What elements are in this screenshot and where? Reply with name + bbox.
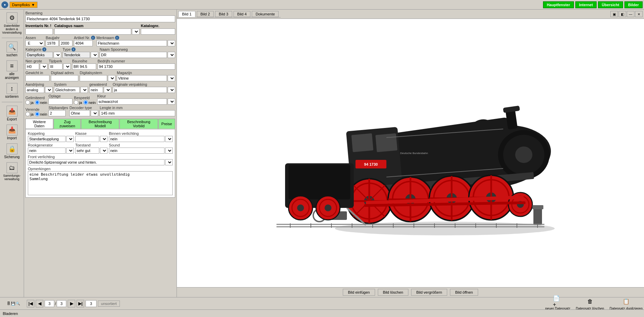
rookgenerator-select[interactable]: ▼ bbox=[66, 148, 74, 154]
verende-nein-label[interactable]: nein bbox=[35, 112, 47, 116]
lengte-input[interactable] bbox=[100, 110, 175, 116]
sidebar-item-sortieren[interactable]: ↕ sortieren bbox=[1, 82, 23, 100]
sound-input[interactable] bbox=[109, 148, 165, 154]
bespeeld-ja-radio[interactable] bbox=[74, 100, 78, 105]
aandrijving-input[interactable] bbox=[25, 87, 44, 93]
bilder-btn[interactable]: Bilder bbox=[624, 1, 643, 8]
sidebar-item-sicherung[interactable]: 🔒 Sicherung bbox=[1, 142, 23, 160]
sidebar-item-suchen[interactable]: 🔍 suchen bbox=[1, 40, 23, 58]
corner-btn-2[interactable]: ◧ bbox=[619, 11, 626, 17]
originale-select[interactable]: ▼ bbox=[168, 87, 175, 93]
koppeling-select[interactable]: ▼ bbox=[66, 136, 74, 142]
gelimiteerd-ja-radio[interactable] bbox=[25, 100, 30, 105]
slipbandjes-input[interactable] bbox=[48, 110, 66, 116]
tab-weitere-daten[interactable]: Weitere Daten bbox=[25, 119, 53, 129]
gewateerd-select[interactable]: ▼ bbox=[104, 87, 111, 93]
page-total-input[interactable] bbox=[57, 300, 66, 307]
img-tab-bild1[interactable]: Bild 1 bbox=[178, 11, 195, 17]
img-tab-bild2[interactable]: Bild 2 bbox=[197, 11, 214, 17]
artikel-input[interactable] bbox=[74, 40, 93, 46]
baureihe-input[interactable] bbox=[72, 63, 96, 70]
sidebar-item-alle-anzeigen[interactable]: ≡ alle anzeigen bbox=[1, 59, 23, 81]
verende-nein-radio[interactable] bbox=[35, 112, 39, 116]
digitalsystem-select[interactable]: ▼ bbox=[108, 75, 115, 81]
internet-btn[interactable]: Internet bbox=[575, 1, 597, 8]
gelimiteerd-ja-label[interactable]: ja bbox=[25, 100, 34, 105]
bj-from-input[interactable] bbox=[46, 40, 59, 46]
decoder-select[interactable]: ▼ bbox=[91, 110, 98, 116]
gelimiteerd-nein-label[interactable]: nein bbox=[35, 100, 47, 105]
originale-input[interactable] bbox=[113, 87, 167, 93]
aandrijving-select[interactable]: ▼ bbox=[45, 87, 53, 93]
corner-btn-1[interactable]: ▣ bbox=[610, 11, 618, 17]
tijdperk-input[interactable] bbox=[49, 63, 63, 70]
magazijn-input[interactable] bbox=[117, 75, 167, 81]
naam-spoorweg-input[interactable] bbox=[100, 52, 167, 58]
gewicht-input[interactable] bbox=[25, 75, 49, 81]
corner-btn-4[interactable]: ✕ bbox=[635, 11, 643, 17]
sidebar-item-datenfelder[interactable]: ⚙ Datenfelder ändern & Voreinstellung bbox=[1, 11, 23, 36]
hauptfenster-btn[interactable]: Hauptfenster bbox=[543, 1, 574, 8]
nav-last-btn[interactable]: ▶| bbox=[77, 300, 84, 307]
bild-vergroßern-btn[interactable]: Bild vergrößern bbox=[411, 289, 447, 296]
system-input[interactable] bbox=[54, 87, 80, 93]
kleur-select[interactable]: ▼ bbox=[168, 98, 175, 105]
toestand-input[interactable] bbox=[75, 148, 99, 154]
tab-preise[interactable]: Preise bbox=[158, 119, 175, 129]
nav-prev-btn[interactable]: ◀ bbox=[36, 300, 43, 307]
bespeeld-nein-label[interactable]: nein bbox=[83, 100, 96, 105]
sound-select[interactable]: ▼ bbox=[165, 148, 173, 154]
klasse-input[interactable] bbox=[75, 136, 99, 142]
bespeeld-nein-radio[interactable] bbox=[83, 100, 88, 105]
kategorie-input[interactable] bbox=[25, 52, 53, 58]
bj-to-input[interactable] bbox=[59, 40, 72, 46]
type-select[interactable]: ▼ bbox=[91, 52, 98, 58]
sidebar-item-sammlungsverwaltung[interactable]: 🗂 Sammlungs-verwaltung bbox=[1, 161, 23, 182]
sidebar-item-export[interactable]: 📤 Export bbox=[1, 104, 23, 122]
oplage-input[interactable] bbox=[48, 98, 72, 105]
count-input[interactable] bbox=[86, 300, 97, 307]
bedrijfs-input[interactable] bbox=[98, 63, 175, 70]
gewateerd-input[interactable] bbox=[89, 87, 103, 93]
binnen-select[interactable]: ▼ bbox=[165, 136, 173, 142]
img-tab-bild3[interactable]: Bild 3 bbox=[215, 11, 232, 17]
digitalsystem-input[interactable] bbox=[80, 75, 107, 81]
img-tab-dokumente[interactable]: Dokumente bbox=[252, 11, 279, 17]
catalogus-select[interactable]: ▼ bbox=[132, 28, 139, 35]
catalogus-input[interactable] bbox=[54, 28, 131, 35]
toestand-select[interactable]: ▼ bbox=[100, 148, 108, 154]
verende-ja-label[interactable]: ja bbox=[25, 112, 34, 116]
bild-loschen-btn[interactable]: Bild löschen bbox=[378, 289, 408, 296]
duplicate-datensatz-btn[interactable]: 📋 Datensatz duplizieren bbox=[610, 297, 643, 310]
nen-grote-input[interactable] bbox=[25, 63, 39, 70]
merknaam-select[interactable]: ▼ bbox=[168, 40, 175, 46]
merknaam-input[interactable] bbox=[97, 40, 167, 46]
img-tab-bild4[interactable]: Bild 4 bbox=[234, 11, 251, 17]
nen-grote-select[interactable]: ▼ bbox=[40, 63, 47, 70]
tijdperk-select[interactable]: ▼ bbox=[63, 63, 71, 70]
binnen-input[interactable] bbox=[109, 136, 165, 142]
type-input[interactable] bbox=[63, 52, 90, 58]
kategorie-select[interactable]: ▼ bbox=[54, 52, 61, 58]
dropdown-btn[interactable]: Dampfloks ▼ bbox=[10, 2, 37, 8]
decoder-input[interactable] bbox=[69, 110, 90, 116]
front-input[interactable] bbox=[28, 159, 165, 165]
new-datensatz-btn[interactable]: 📄+ neuer Datensatz bbox=[545, 297, 570, 310]
nav-next-btn[interactable]: ▶ bbox=[68, 300, 75, 307]
katalognr-input[interactable] bbox=[141, 28, 175, 35]
front-select[interactable]: ▼ bbox=[165, 159, 173, 165]
tab-beschreibung-modell[interactable]: Beschreibung Modell bbox=[81, 119, 119, 129]
rookgenerator-input[interactable] bbox=[28, 148, 66, 154]
bild-offnen-btn[interactable]: Bild öffnen bbox=[450, 289, 478, 296]
ubersicht-btn[interactable]: Übersicht bbox=[598, 1, 623, 8]
sidebar-item-import[interactable]: 📥 Import bbox=[1, 123, 23, 141]
naam-spoorweg-select[interactable]: ▼ bbox=[168, 52, 175, 58]
digitaal-input[interactable] bbox=[51, 75, 78, 81]
opmerkingen-textarea[interactable] bbox=[28, 171, 173, 195]
delete-datensatz-btn[interactable]: 🗑 Datensatz löschen bbox=[576, 297, 604, 310]
benaming-input[interactable] bbox=[25, 15, 175, 22]
kleur-input[interactable] bbox=[97, 98, 167, 105]
klasse-select[interactable]: ▼ bbox=[100, 136, 108, 142]
magazijn-select[interactable]: ▼ bbox=[168, 75, 175, 81]
bild-einfugen-btn[interactable]: Bild einfügen bbox=[343, 289, 375, 296]
